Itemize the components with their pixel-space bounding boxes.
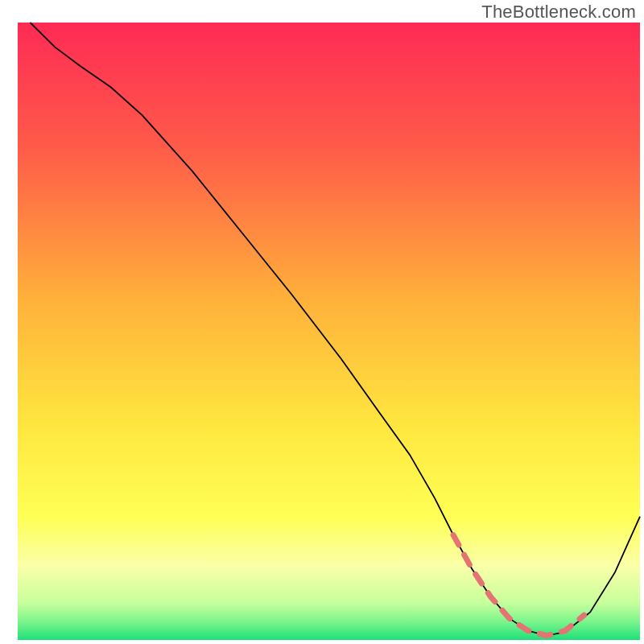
chart-canvas xyxy=(0,0,644,644)
bottleneck-chart: TheBottleneck.com xyxy=(0,0,644,644)
chart-background xyxy=(18,23,640,640)
watermark-text: TheBottleneck.com xyxy=(481,2,636,23)
